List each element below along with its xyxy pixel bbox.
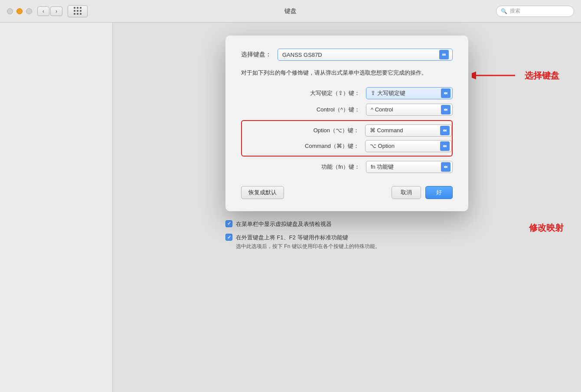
search-box[interactable]: 🔍 搜索 xyxy=(496,6,574,17)
main-content: 选择键盘： GANSS GS87D 对于如下列出的每个修饰键，请从弹出式菜单中选… xyxy=(0,23,581,392)
keyboard-select-row: 选择键盘： GANSS GS87D xyxy=(241,49,453,61)
keyboard-value: GANSS GS87D xyxy=(282,52,322,58)
checkbox-2-content: 在外置键盘上将 F1、F2 等键用作标准功能键 选中此选项后，按下 Fn 键以使… xyxy=(236,233,380,250)
fn-arrow[interactable] xyxy=(441,162,450,172)
control-value: ^ Control xyxy=(371,106,393,113)
modal-dialog: 选择键盘： GANSS GS87D 对于如下列出的每个修饰键，请从弹出式菜单中选… xyxy=(225,36,468,211)
control-dropdown[interactable]: ^ Control xyxy=(366,104,453,116)
grid-button[interactable] xyxy=(68,5,88,17)
window-title: 键盘 xyxy=(284,7,297,15)
sidebar xyxy=(0,23,113,392)
caps-lock-label: 大写锁定（⇪）键： xyxy=(290,89,360,97)
command-label: Command（⌘）键： xyxy=(290,142,359,150)
option-label: Option（⌥）键： xyxy=(290,127,359,134)
top-annotation-label: 选择键盘 xyxy=(525,70,559,82)
checkbox-area: 在菜单栏中显示虚拟键盘及表情检视器 在外置键盘上将 F1、F2 等键用作标准功能… xyxy=(225,211,468,255)
caps-lock-value: ⇪ 大写锁定键 xyxy=(371,89,405,97)
command-arrow[interactable] xyxy=(440,141,450,151)
fn-dropdown[interactable]: fn 功能键 xyxy=(366,161,453,173)
grid-icon xyxy=(74,7,82,15)
fn-value: fn 功能键 xyxy=(371,163,394,171)
titlebar: ‹ › 键盘 🔍 搜索 xyxy=(0,0,581,23)
command-dropdown[interactable]: ⌥ Option xyxy=(365,140,452,152)
keyboard-dropdown[interactable]: GANSS GS87D xyxy=(277,49,453,61)
fn-row: 功能（fn）键： fn 功能键 xyxy=(241,161,453,173)
option-dropdown[interactable]: ⌘ Command xyxy=(365,124,452,137)
checkbox-row-1: 在菜单栏中显示虚拟键盘及表情检视器 xyxy=(225,220,468,229)
button-row: 恢复成默认 取消 好 xyxy=(241,186,453,199)
description-text: 对于如下列出的每个修饰键，请从弹出式菜单中选取您想要它完成的操作。 xyxy=(241,69,453,78)
control-row: Control（^）键： ^ Control xyxy=(241,104,453,116)
bottom-annotation-label: 修改映射 xyxy=(529,223,564,232)
control-label: Control（^）键： xyxy=(290,106,360,114)
traffic-lights xyxy=(7,8,32,14)
option-row: Option（⌥）键： ⌘ Command xyxy=(242,124,452,137)
checkbox-1[interactable] xyxy=(225,220,232,227)
right-panel: 选择键盘： GANSS GS87D 对于如下列出的每个修饰键，请从弹出式菜单中选… xyxy=(113,23,581,392)
checkbox-row-2: 在外置键盘上将 F1、F2 等键用作标准功能键 选中此选项后，按下 Fn 键以使… xyxy=(225,233,468,250)
checkbox-2[interactable] xyxy=(225,234,232,241)
checkbox-2-subtext: 选中此选项后，按下 Fn 键以使用印在各个按键上的特殊功能。 xyxy=(236,243,380,250)
close-button[interactable] xyxy=(7,8,13,14)
command-row: Command（⌘）键： ⌥ Option xyxy=(242,140,452,152)
option-value: ⌘ Command xyxy=(370,127,403,134)
fn-label: 功能（fn）键： xyxy=(290,163,360,171)
caps-lock-dropdown[interactable]: ⇪ 大写锁定键 xyxy=(366,87,453,99)
keyboard-dropdown-arrow[interactable] xyxy=(439,50,449,59)
cancel-button[interactable]: 取消 xyxy=(392,186,421,199)
checkbox-2-text: 在外置键盘上将 F1、F2 等键用作标准功能键 xyxy=(236,233,380,242)
back-button[interactable]: ‹ xyxy=(37,7,49,16)
red-arrow-icon xyxy=(472,69,519,82)
search-placeholder: 搜索 xyxy=(510,7,520,15)
search-icon: 🔍 xyxy=(501,8,507,14)
caps-lock-row: 大写锁定（⇪）键： ⇪ 大写锁定键 xyxy=(241,87,453,99)
control-arrow[interactable] xyxy=(441,105,450,114)
keyboard-select-label: 选择键盘： xyxy=(241,51,271,59)
top-annotation: 选择键盘 xyxy=(472,69,559,82)
nav-buttons: ‹ › xyxy=(37,7,62,16)
forward-button[interactable]: › xyxy=(50,7,62,16)
ok-button[interactable]: 好 xyxy=(425,186,453,199)
command-value: ⌥ Option xyxy=(370,143,395,149)
option-arrow[interactable] xyxy=(440,126,450,135)
checkbox-1-text: 在菜单栏中显示虚拟键盘及表情检视器 xyxy=(236,220,332,229)
maximize-button[interactable] xyxy=(26,8,32,14)
bottom-annotation: 修改映射 xyxy=(529,222,564,234)
caps-lock-arrow[interactable] xyxy=(441,88,450,98)
restore-defaults-button[interactable]: 恢复成默认 xyxy=(241,186,284,199)
btn-group-right: 取消 好 xyxy=(392,186,453,199)
remapped-keys-box: Option（⌥）键： ⌘ Command Command（⌘）键： xyxy=(241,120,453,157)
minimize-button[interactable] xyxy=(16,8,23,14)
